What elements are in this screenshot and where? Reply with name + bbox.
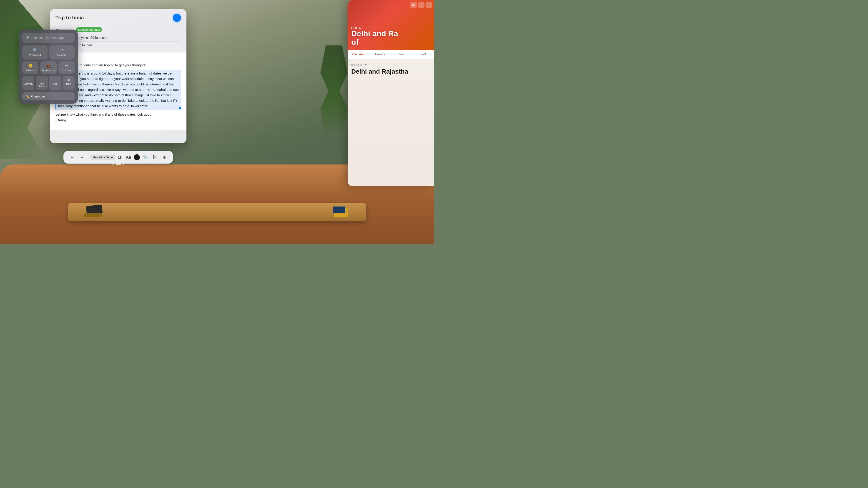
describe-placeholder: Describe your change (33, 36, 64, 39)
friendly-icon: 🙂 (28, 64, 33, 68)
compose-label: Compose (31, 95, 45, 98)
friendly-button[interactable]: 🙂 Friendly (22, 61, 38, 74)
chevron-right-icon: › (70, 95, 71, 98)
email-closing: Let me know what you think and if any of… (56, 112, 181, 116)
professional-label: Professional (41, 69, 56, 72)
travel-nav: Overview Itinerary Info FAQ (348, 50, 434, 59)
key-points-button[interactable]: ↓ Key Points (36, 76, 48, 90)
summary-icon: ↓ (28, 78, 29, 82)
writing-tools-panel: Describe your change 🔍 Proofread ↺ Rewri… (19, 30, 78, 104)
concise-label: Concise (62, 69, 71, 72)
text-format-button[interactable]: Aa (124, 153, 132, 161)
rewrite-icon: ↺ (60, 48, 64, 52)
travel-title: Delhi and Ra of (351, 29, 430, 46)
rewrite-label: Rewrite (57, 54, 67, 57)
undo-button[interactable]: ↩ (68, 153, 76, 161)
concise-button[interactable]: ⬌ Concise (58, 61, 74, 74)
coffee-table (68, 203, 366, 221)
table-button[interactable]: ⊞ Table (63, 76, 74, 90)
wallet (84, 213, 102, 217)
font-picker[interactable]: Helvetica Neue (91, 155, 115, 160)
grid-icon[interactable]: ⊞ (410, 2, 417, 8)
proofread-label: Proofread (29, 54, 41, 57)
share-icon[interactable]: ↑ (418, 2, 425, 8)
overview-label: OVERVIEW (351, 64, 430, 66)
key-points-icon: ↓ (41, 78, 42, 82)
tools-row-2: 🙂 Friendly 💼 Professional ⬌ Concise (22, 61, 74, 74)
india-label: INDIA (351, 27, 430, 29)
email-title: Trip to India (56, 15, 84, 21)
proofread-icon: 🔍 (32, 48, 37, 52)
selection-cursor-end (179, 107, 181, 109)
tools-row-1: 🔍 Proofread ↺ Rewrite (22, 45, 74, 60)
email-signature: -Danny (56, 118, 181, 122)
dot-1 (112, 164, 114, 165)
recipient-chip[interactable]: Magico Martinez (76, 27, 102, 32)
dot-2-active (116, 164, 121, 165)
table-icon: ⊞ (67, 78, 70, 82)
nav-faq[interactable]: FAQ (412, 50, 434, 59)
summary-label: Summary (23, 83, 33, 85)
book2 (333, 206, 345, 213)
from-email: danyrico1@icloud.com (76, 36, 108, 39)
concise-icon: ⬌ (65, 64, 68, 68)
rewrite-button[interactable]: ↺ Rewrite (49, 45, 74, 60)
more-options-button[interactable]: ⊕ (160, 153, 168, 161)
compose-button-left: ✏️ Compose (26, 95, 45, 98)
send-button[interactable]: ↑ (173, 13, 181, 22)
gear-icon (25, 35, 31, 41)
pencil-icon: ✏️ (26, 95, 29, 98)
attachment-button[interactable]: 📎 (141, 153, 149, 161)
subject-value: Trip to India (76, 43, 93, 47)
travel-header: ⊞ ↑ ••• INDIA Delhi and Ra of (348, 0, 434, 50)
more-icon[interactable]: ••• (426, 2, 432, 8)
email-subject-row: Trip to India ↑ (56, 13, 181, 22)
color-picker[interactable] (134, 154, 140, 160)
professional-icon: 💼 (46, 64, 51, 68)
travel-overview-section: OVERVIEW Delhi and Rajastha (348, 59, 434, 80)
nav-overview[interactable]: Overview (348, 50, 369, 59)
email-toolbar: ↩ ↪ Helvetica Neue 18 Aa 📎 🖼 ⊕ (63, 151, 173, 164)
overview-title: Delhi and Rajastha (351, 68, 430, 75)
summary-button[interactable]: ↓ Summary (22, 76, 34, 90)
key-points-label: Key Points (37, 83, 47, 88)
writing-tools-header[interactable]: Describe your change (22, 33, 74, 43)
list-button[interactable]: ↓ List (49, 76, 61, 90)
travel-panel: ⊞ ↑ ••• INDIA Delhi and Ra of Overview I… (348, 0, 434, 186)
tools-row-3: ↓ Summary ↓ Key Points ↓ List ⊞ Table (22, 76, 74, 90)
dot-3 (123, 164, 124, 165)
list-icon: ↓ (54, 78, 56, 82)
professional-button[interactable]: 💼 Professional (40, 61, 56, 74)
nav-info[interactable]: Info (391, 50, 412, 59)
proofread-button[interactable]: 🔍 Proofread (22, 45, 48, 60)
photo-button[interactable]: 🖼 (151, 153, 159, 161)
compose-button[interactable]: ✏️ Compose › (22, 92, 74, 100)
page-dots (50, 164, 186, 165)
nav-itinerary[interactable]: Itinerary (369, 50, 391, 59)
redo-button[interactable]: ↪ (78, 153, 86, 161)
friendly-label: Friendly (26, 69, 35, 72)
list-label: List (54, 83, 57, 85)
font-size-picker[interactable]: 18 (116, 155, 123, 160)
send-arrow-icon: ↑ (176, 16, 178, 19)
toolbar-divider-1 (88, 155, 88, 160)
table-label: Table (66, 83, 71, 85)
